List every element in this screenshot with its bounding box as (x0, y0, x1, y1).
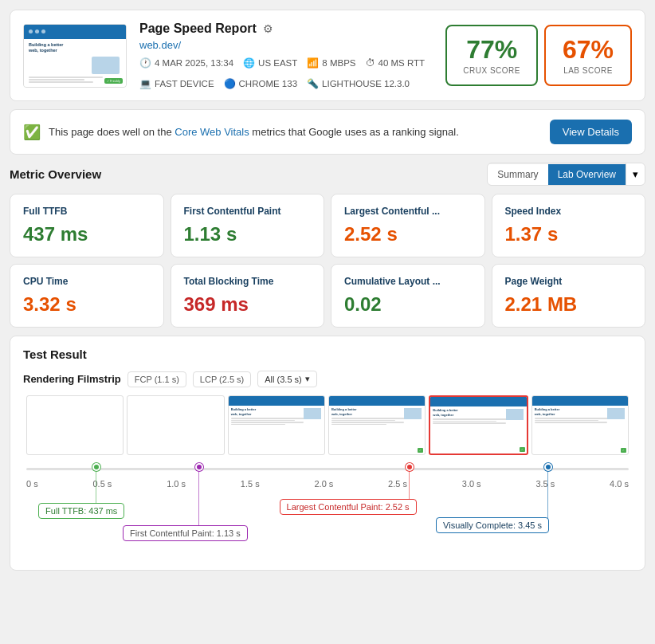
metric-cpu-name: CPU Time (23, 276, 151, 287)
section-header: Metric Overview Summary Lab Overview ▾ (10, 163, 645, 186)
tab-group: Summary Lab Overview ▾ (487, 163, 645, 186)
metric-page-weight-name: Page Weight (505, 276, 633, 287)
metric-fcp-value: 1.13 s (184, 223, 312, 245)
signal-icon: 📶 (307, 57, 319, 69)
latency-icon: ⏱ (366, 57, 375, 69)
meta-rtt: ⏱ 40 MS RTT (366, 57, 426, 69)
tab-summary[interactable]: Summary (488, 164, 547, 185)
metric-speed-index-name: Speed Index (505, 206, 633, 217)
meta-region: 🌐 US EAST (243, 57, 297, 69)
view-details-button[interactable]: View Details (550, 120, 632, 144)
metric-page-weight-value: 2.21 MB (505, 293, 633, 316)
metric-page-weight: Page Weight 2.21 MB (492, 264, 646, 328)
timeline-label-20: 2.0 s (314, 479, 333, 489)
metric-full-ttfb: Full TTFB 437 ms (10, 194, 164, 257)
filmstrip-frame: Building a betterweb, together ✓ (328, 395, 426, 455)
lab-score-value: 67% (562, 36, 614, 64)
filmstrip-frame: Building a betterweb, together ✓ (531, 395, 629, 455)
lab-score-label: LAB SCORE (562, 66, 614, 75)
timeline-label-15: 1.5 s (241, 479, 260, 489)
screenshot-thumbnail: Building a betterweb, together ✓ Freshly (23, 24, 127, 88)
timeline-label-30: 3.0 s (462, 479, 481, 489)
tab-dropdown-button[interactable]: ▾ (626, 163, 645, 185)
cwv-text: This page does well on the Core Web Vita… (49, 126, 542, 138)
timeline-label-25: 2.5 s (388, 479, 407, 489)
lcp-badge[interactable]: LCP (2.5 s) (193, 371, 251, 387)
metric-tbt-value: 369 ms (184, 293, 312, 316)
metric-tbt-name: Total Blocking Time (184, 276, 312, 287)
meta-tool: 🔦 LIGHTHOUSE 12.3.0 (307, 78, 410, 89)
lighthouse-icon: 🔦 (307, 78, 319, 89)
fcp-badge[interactable]: FCP (1.1 s) (127, 371, 186, 387)
crux-score-value: 77% (463, 36, 520, 64)
timeline-label-35: 3.5 s (535, 479, 555, 489)
filmstrip-frame (26, 395, 124, 455)
metric-full-ttfb-value: 437 ms (23, 223, 151, 245)
clock-icon: 🕐 (139, 57, 151, 69)
filmstrip-frames: Building a betterweb, together Building … (23, 395, 632, 455)
metric-cpu-time: CPU Time 3.32 s (10, 264, 164, 328)
filmstrip-frame-lcp: Building a betterweb, together ✓ (429, 395, 528, 455)
metric-lcp-value: 2.52 s (344, 223, 472, 245)
metric-overview-section: Metric Overview Summary Lab Overview ▾ F… (10, 163, 645, 328)
device-icon: 💻 (139, 78, 151, 89)
timeline-label-40: 4.0 s (610, 479, 629, 489)
tab-lab-overview[interactable]: Lab Overview (548, 164, 626, 185)
metric-fcp: First Contentful Paint 1.13 s (171, 194, 325, 257)
metric-lcp-name: Largest Contentful ... (344, 206, 472, 217)
meta-device: 💻 FAST DEVICE (139, 78, 214, 89)
cwv-link[interactable]: Core Web Vitals (175, 126, 249, 138)
metric-cpu-value: 3.32 s (23, 293, 151, 316)
dropdown-arrow-icon: ▾ (305, 374, 310, 384)
metric-lcp: Largest Contentful ... 2.52 s (331, 194, 485, 257)
metric-speed-index: Speed Index 1.37 s (492, 194, 646, 257)
all-badge[interactable]: All (3.5 s) ▾ (257, 371, 316, 387)
crux-score-label: CRUX SCORE (463, 66, 520, 75)
metrics-grid-top: Full TTFB 437 ms First Contentful Paint … (10, 194, 645, 257)
meta-row: 🕐 4 MAR 2025, 13:34 🌐 US EAST 📶 8 MBPS ⏱… (139, 57, 433, 89)
header-info: Page Speed Report ⚙ web.dev/ 🕐 4 MAR 202… (139, 22, 433, 89)
check-icon: ✅ (23, 124, 41, 141)
metrics-grid-bottom: CPU Time 3.32 s Total Blocking Time 369 … (10, 264, 645, 328)
test-result-section: Test Result Rendering Filmstrip FCP (1.1… (10, 336, 645, 571)
filmstrip-frame (127, 395, 224, 455)
filmstrip-title: Rendering Filmstrip (23, 373, 121, 385)
metric-tbt: Total Blocking Time 369 ms (171, 264, 325, 328)
filmstrip-frame: Building a betterweb, together (228, 395, 325, 455)
annotation-lcp: Largest Contentful Paint: 2.52 s (280, 499, 417, 515)
crux-score-card: 77% CRUX SCORE (445, 25, 538, 85)
annotation-vc: Visually Complete: 3.45 s (436, 517, 549, 533)
header-card: Building a betterweb, together ✓ Freshly… (10, 10, 645, 101)
annotations-container: Full TTFB: 437 ms First Contentful Paint… (26, 495, 629, 559)
browser-icon: 🔵 (224, 78, 236, 89)
metric-fcp-name: First Contentful Paint (184, 206, 312, 217)
metric-speed-index-value: 1.37 s (505, 223, 633, 245)
meta-date: 🕐 4 MAR 2025, 13:34 (139, 57, 233, 69)
metric-cls: Cumulative Layout ... 0.02 (331, 264, 485, 328)
test-result-title: Test Result (23, 348, 632, 361)
site-url[interactable]: web.dev/ (139, 39, 433, 51)
lab-score-card: 67% LAB SCORE (544, 25, 632, 85)
filmstrip-header: Rendering Filmstrip FCP (1.1 s) LCP (2.5… (23, 371, 632, 387)
timeline-label-10: 1.0 s (167, 479, 186, 489)
annotation-fcp: First Contentful Paint: 1.13 s (123, 525, 248, 541)
settings-icon[interactable]: ⚙ (263, 22, 273, 35)
scores-section: 77% CRUX SCORE 67% LAB SCORE (445, 25, 632, 85)
cwv-banner: ✅ This page does well on the Core Web Vi… (10, 109, 645, 155)
metric-overview-title: Metric Overview (10, 167, 101, 181)
metric-cls-value: 0.02 (344, 293, 472, 316)
title-row: Page Speed Report ⚙ (139, 22, 433, 36)
metric-cls-name: Cumulative Layout ... (344, 276, 472, 287)
meta-browser: 🔵 CHROME 133 (224, 78, 298, 89)
meta-bandwidth: 📶 8 MBPS (307, 57, 355, 69)
timeline-container: 0 s 0.5 s 1.0 s 1.5 s 2.0 s 2.5 s 3.0 s … (23, 461, 632, 559)
globe-icon: 🌐 (243, 57, 255, 69)
timeline-labels: 0 s 0.5 s 1.0 s 1.5 s 2.0 s 2.5 s 3.0 s … (26, 479, 629, 489)
report-title: Page Speed Report (139, 22, 257, 36)
timeline-label-0: 0 s (26, 479, 38, 489)
metric-full-ttfb-name: Full TTFB (23, 206, 151, 217)
annotation-ttfb: Full TTFB: 437 ms (38, 503, 124, 519)
